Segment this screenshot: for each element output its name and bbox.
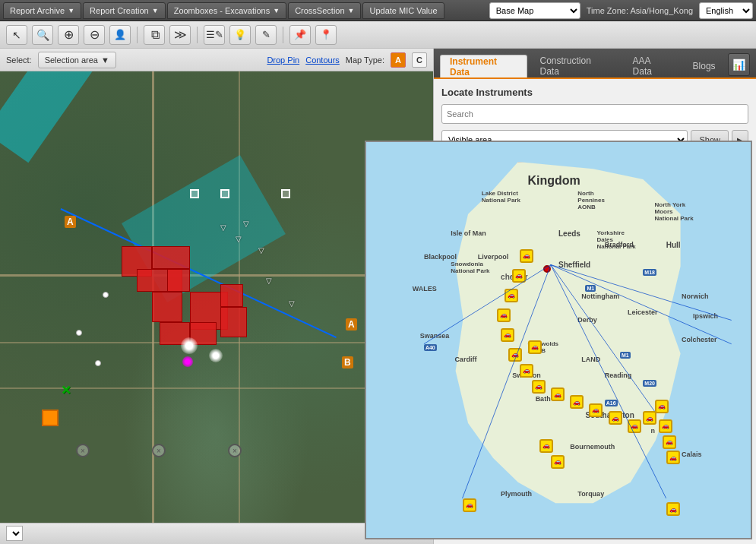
yellow-marker-11[interactable]: 🚗 xyxy=(589,403,603,417)
right-panel-tabs: Instrument Data Construction Data AAA Da… xyxy=(434,49,756,79)
yellow-marker-21[interactable]: 🚗 xyxy=(528,340,542,354)
swansea-label: Swansea xyxy=(420,332,450,340)
locate-instruments-title: Locate Instruments xyxy=(441,87,748,98)
yellow-marker-3[interactable]: 🚗 xyxy=(505,289,518,302)
yellow-marker-18[interactable]: 🚗 xyxy=(666,451,680,464)
bottom-select-container xyxy=(6,526,23,541)
yellow-marker-10[interactable]: 🚗 xyxy=(570,395,584,409)
yellow-marker-16[interactable]: 🚗 xyxy=(659,419,672,433)
base-map-select[interactable]: Base Map Satellite Terrain xyxy=(489,2,580,19)
edit-list-button[interactable]: ☰✎ xyxy=(204,25,225,45)
tab-crosssection[interactable]: CrossSection ▼ xyxy=(288,2,361,19)
separator-3 xyxy=(283,27,283,43)
tab-construction-data[interactable]: Construction Data xyxy=(530,55,620,77)
tab-update-mic[interactable]: Update MIC Value xyxy=(362,2,444,19)
yellow-marker-7[interactable]: 🚗 xyxy=(520,364,533,378)
calais-label: Calais xyxy=(682,451,702,458)
yellow-marker-4[interactable]: 🚗 xyxy=(497,308,511,322)
uk-map-overlay[interactable]: Kingdom NorthPenninesAONB Lake DistrictN… xyxy=(365,141,752,539)
tab-aaa-data[interactable]: AAA Data xyxy=(624,55,681,77)
norwich-label: Norwich xyxy=(682,293,709,300)
wales-label: WALES xyxy=(413,285,437,293)
bottom-dropdown[interactable] xyxy=(6,526,23,541)
yellow-marker-2[interactable]: 🚗 xyxy=(512,269,526,283)
uk-map-inner: Kingdom NorthPenninesAONB Lake DistrictN… xyxy=(366,142,751,538)
top-navigation: Report Archive ▼ Report Creation ▼ Zoomb… xyxy=(0,0,756,21)
drop-pin-label[interactable]: Drop Pin xyxy=(267,55,299,65)
map-controls-right: Drop Pin Contours Map Type: A C xyxy=(267,52,427,68)
yellow-marker-8[interactable]: 🚗 xyxy=(532,380,546,394)
tab-zoomboxes[interactable]: Zoomboxes - Excavations ▼ xyxy=(167,2,286,19)
copy-tool-button[interactable]: ⧉ xyxy=(144,25,165,45)
toolbar: ↖ 🔍 ⊕ ⊖ 👤 ⧉ ≫ ☰✎ 💡 ✎ 📌 📍 xyxy=(0,21,756,49)
pin-button[interactable]: 📌 xyxy=(289,25,311,45)
yellow-marker-13[interactable]: 🚗 xyxy=(628,419,641,433)
selection-area-dropdown[interactable]: Selection area ▼ xyxy=(38,52,116,68)
tab-blogs[interactable]: Blogs xyxy=(684,55,725,77)
yellow-marker-1[interactable]: 🚗 xyxy=(520,249,533,263)
top-nav-right: Base Map Satellite Terrain Time Zone: As… xyxy=(489,2,753,19)
a40-label: A40 xyxy=(424,344,437,351)
zoom-out-button[interactable]: ⊖ xyxy=(84,25,105,45)
timezone-label: Time Zone: Asia/Hong_Kong xyxy=(587,6,693,15)
yellow-marker-14[interactable]: 🚗 xyxy=(643,411,656,425)
yellow-marker-9[interactable]: 🚗 xyxy=(551,387,565,401)
yellow-marker-20[interactable]: 🚗 xyxy=(539,439,553,453)
yellow-marker-23[interactable]: 🚗 xyxy=(666,502,680,516)
yellow-marker-5[interactable]: 🚗 xyxy=(501,328,514,342)
layers-button[interactable]: ≫ xyxy=(169,25,191,45)
yellow-marker-12[interactable]: 🚗 xyxy=(609,411,622,425)
plymouth-label: Plymouth xyxy=(501,490,532,498)
marker-button[interactable]: 📍 xyxy=(315,25,337,45)
uk-land-mass xyxy=(443,162,693,510)
tab-report-archive[interactable]: Report Archive ▼ xyxy=(3,2,81,19)
colchester-label: Colchester xyxy=(682,336,717,343)
yellow-marker-19[interactable]: 🚗 xyxy=(551,455,565,469)
separator-2 xyxy=(197,27,198,43)
center-instrument-dot[interactable] xyxy=(543,265,551,273)
map-type-c-button[interactable]: C xyxy=(412,52,427,68)
yellow-marker-17[interactable]: 🚗 xyxy=(663,435,676,449)
user-tool-button[interactable]: 👤 xyxy=(109,25,131,45)
zoom-in-button[interactable]: ⊕ xyxy=(58,25,79,45)
map-controls-bar: Select: Selection area ▼ Drop Pin Contou… xyxy=(0,49,433,71)
map-type-label: Map Type: xyxy=(346,55,384,65)
search-tool-button[interactable]: 🔍 xyxy=(32,25,53,45)
contours-label[interactable]: Contours xyxy=(305,55,340,65)
tab-instrument-data[interactable]: Instrument Data xyxy=(440,55,527,77)
lightbulb-button[interactable]: 💡 xyxy=(229,25,251,45)
yellow-marker-6[interactable]: 🚗 xyxy=(508,348,522,362)
yellow-marker-22[interactable]: 🚗 xyxy=(463,498,476,512)
ipswich-label: Ipswich xyxy=(693,312,718,320)
tab-report-creation[interactable]: Report Creation ▼ xyxy=(83,2,166,19)
blackpool-label: Blackpool xyxy=(424,253,457,261)
locate-search-input[interactable] xyxy=(441,104,748,124)
map-type-a-button[interactable]: A xyxy=(391,52,406,68)
chart-icon-button[interactable]: 📊 xyxy=(728,53,750,76)
select-label: Select: xyxy=(6,55,32,65)
separator-1 xyxy=(137,27,138,43)
pencil-button[interactable]: ✎ xyxy=(255,25,277,45)
language-select[interactable]: English Chinese xyxy=(699,2,753,19)
select-pointer-button[interactable]: ↖ xyxy=(6,25,27,45)
yellow-marker-15[interactable]: 🚗 xyxy=(655,400,669,413)
